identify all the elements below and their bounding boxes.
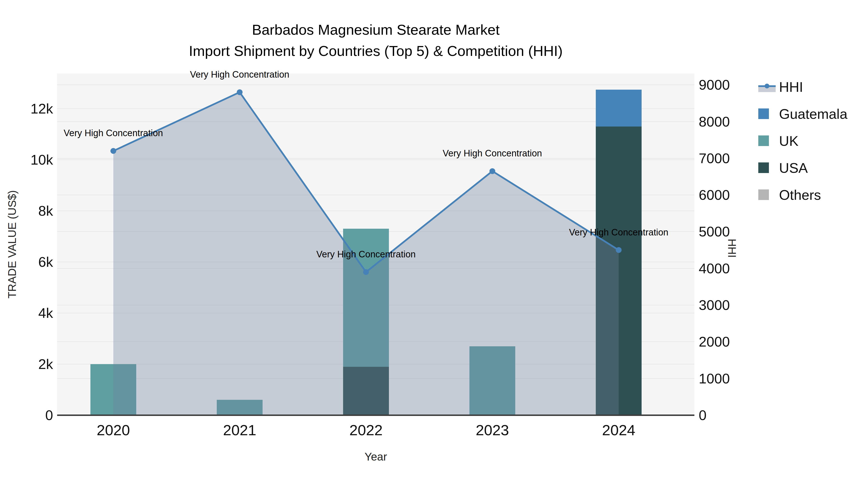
legend-label-hhi: HHI [779,79,803,95]
y-right-tick-label: 2000 [699,333,771,350]
hhi-annotation: Very High Concentration [316,249,416,260]
y-left-tick-label: 6k [0,254,53,270]
chart-root: Barbados Magnesium Stearate Market Impor… [0,0,868,488]
y-left-tick-label: 2k [0,356,53,372]
y-right-tick-label: 1000 [699,370,771,387]
y-right-tick-label: 5000 [699,223,771,240]
legend-item-uk[interactable]: UK [758,127,847,154]
chart-title-line2: Import Shipment by Countries (Top 5) & C… [57,40,694,62]
y-right-tick-label: 3000 [699,297,771,313]
uk-swatch-icon [758,135,769,146]
others-swatch-icon [758,189,769,200]
legend-label-uk: UK [779,133,799,149]
hhi-annotation: Very High Concentration [64,127,163,139]
y-left-tick-label: 10k [0,152,53,168]
y-right-tick-label: 4000 [699,260,771,276]
x-tick-label: 2023 [456,422,528,438]
bar-segment-uk-2023[interactable] [469,346,515,415]
x-tick-label: 2024 [583,422,655,438]
legend-label-others: Others [779,187,821,203]
hhi-annotation: Very High Concentration [569,227,669,238]
y-left-tick-label: 8k [0,203,53,219]
y-left-tick-label: 0 [0,407,53,423]
bar-segment-usa-2024[interactable] [596,127,642,415]
usa-swatch-icon [758,162,769,173]
x-axis-line [57,415,694,416]
y-left-axis-title: TRADE VALUE (US$) [5,172,18,317]
y-right-gridline [57,85,694,85]
x-axis-title: Year [57,450,694,463]
bar-segment-uk-2020[interactable] [90,364,136,415]
hhi-annotation: Very High Concentration [443,148,542,159]
legend: HHI Guatemala UK USA Others [758,73,847,208]
hhi-line-swatch-icon [758,79,779,94]
bar-segment-usa-2022[interactable] [343,367,389,415]
bar-segment-uk-2021[interactable] [217,400,262,415]
chart-title: Barbados Magnesium Stearate Market Impor… [57,19,694,62]
x-tick-label: 2022 [330,422,402,438]
guatemala-swatch-icon [758,108,769,119]
hhi-annotation: Very High Concentration [190,69,289,80]
y-right-tick-label: 0 [699,407,771,423]
legend-item-hhi[interactable]: HHI [758,73,847,100]
legend-item-usa[interactable]: USA [758,154,847,181]
y-left-tick-label: 12k [0,100,53,117]
y-left-tick-label: 4k [0,305,53,321]
legend-item-guatemala[interactable]: Guatemala [758,100,847,127]
x-tick-label: 2021 [204,422,276,438]
legend-label-guatemala: Guatemala [779,106,847,122]
legend-label-usa: USA [779,160,808,176]
chart-title-line1: Barbados Magnesium Stearate Market [57,19,694,40]
legend-item-others[interactable]: Others [758,181,847,208]
x-tick-label: 2020 [77,422,150,438]
bar-segment-guatemala-2024[interactable] [596,90,642,127]
